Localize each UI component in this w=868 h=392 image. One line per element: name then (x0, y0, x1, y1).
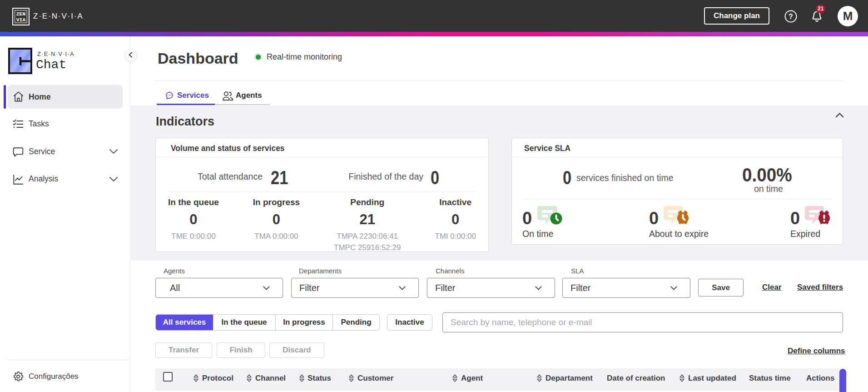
svg-text:?: ? (789, 13, 793, 20)
svg-text:VIA: VIA (16, 16, 25, 22)
